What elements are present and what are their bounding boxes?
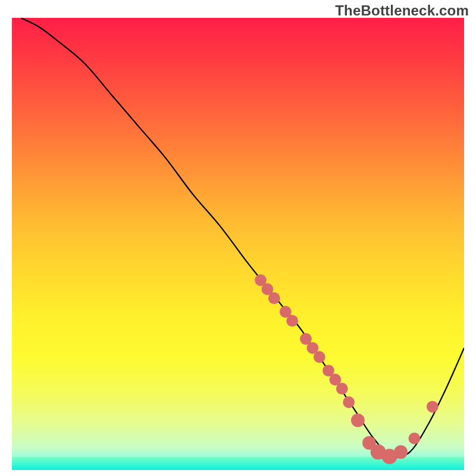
data-markers bbox=[255, 274, 439, 464]
data-marker bbox=[343, 396, 355, 408]
data-marker bbox=[268, 292, 280, 304]
bottleneck-curve bbox=[21, 18, 464, 458]
data-marker bbox=[427, 401, 439, 413]
curve-svg bbox=[12, 18, 464, 470]
chart-container: TheBottleneck.com bbox=[0, 0, 476, 476]
data-marker bbox=[409, 433, 421, 444]
watermark-text: TheBottleneck.com bbox=[335, 2, 469, 19]
data-marker bbox=[336, 383, 348, 394]
data-marker bbox=[314, 351, 325, 363]
plot-area bbox=[12, 18, 464, 470]
data-marker bbox=[394, 445, 408, 459]
data-marker bbox=[286, 315, 298, 327]
data-marker bbox=[351, 414, 365, 427]
